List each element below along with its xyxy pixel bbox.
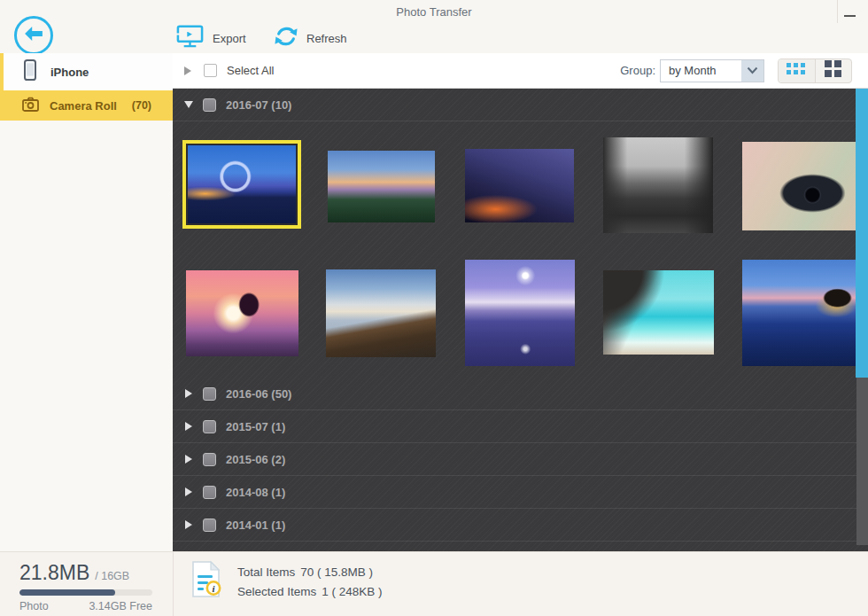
group-checkbox[interactable] xyxy=(203,519,216,532)
total-items-value: 70 ( 15.8MB ) xyxy=(300,565,373,579)
small-grid-view-button[interactable] xyxy=(779,59,816,82)
photo-thumbnail[interactable] xyxy=(326,269,436,357)
storage-progress-fill xyxy=(19,589,115,596)
group-label: 2015-07 (1) xyxy=(226,420,285,433)
refresh-label: Refresh xyxy=(306,32,347,45)
back-arrow-icon xyxy=(24,26,43,45)
expand-arrow-icon[interactable] xyxy=(185,520,192,529)
storage-progress-bar xyxy=(19,589,152,596)
refresh-icon xyxy=(274,25,298,51)
photo-thumbnail[interactable] xyxy=(328,151,435,222)
back-button[interactable] xyxy=(14,16,53,55)
photo-thumbnail[interactable] xyxy=(182,140,301,229)
photo-thumbnail[interactable] xyxy=(603,137,713,233)
group-checkbox[interactable] xyxy=(203,387,216,401)
device-label: iPhone xyxy=(50,66,89,79)
large-grid-view-button[interactable] xyxy=(816,59,852,82)
minimize-icon xyxy=(844,15,856,17)
large-grid-icon xyxy=(825,60,841,81)
photo-thumbnail[interactable] xyxy=(742,142,856,230)
status-bar: 21.8MB / 16GB Photo 3.14GB Free xyxy=(0,551,868,616)
sidebar-item-camera-roll[interactable]: Camera Roll (70) xyxy=(0,90,173,121)
expand-all-arrow-icon[interactable] xyxy=(184,66,191,75)
photo-thumbnail[interactable] xyxy=(186,270,298,356)
group-label: 2014-08 (1) xyxy=(226,486,285,499)
photo-image xyxy=(326,269,436,357)
group-label: 2016-07 (10) xyxy=(226,98,291,112)
minimize-button[interactable] xyxy=(841,4,857,21)
photo-list: 2016-07 (10) 2016-06 (50) 2015-07 (1) 20… xyxy=(173,89,868,551)
header-bar: Photo Transfer Export xyxy=(0,0,868,53)
group-by-value: by Month xyxy=(661,64,741,77)
info-document-icon: i xyxy=(190,560,223,603)
photo-group-header[interactable]: 2014-08 (1) xyxy=(173,476,868,509)
phone-icon xyxy=(24,59,36,84)
storage-summary: 21.8MB / 16GB Photo 3.14GB Free xyxy=(0,552,174,616)
storage-total-value: / 16GB xyxy=(95,570,129,582)
group-checkbox[interactable] xyxy=(203,420,216,433)
list-toolbar: Select All Group: by Month xyxy=(173,53,868,89)
photo-group-header[interactable]: 2016-06 (50) xyxy=(173,378,868,410)
photo-image xyxy=(742,260,856,366)
photo-image xyxy=(465,149,574,222)
group-by-dropdown[interactable]: by Month xyxy=(660,59,764,82)
photo-group-header[interactable]: 2015-07 (1) xyxy=(173,410,868,443)
photo-group-header[interactable]: 2015-06 (2) xyxy=(173,443,868,476)
photo-thumbnail[interactable] xyxy=(465,149,574,222)
photo-group-header[interactable]: 2016-07 (10) xyxy=(173,89,868,121)
photo-image xyxy=(603,270,714,355)
storage-type-label: Photo xyxy=(19,600,49,612)
photo-thumbnail[interactable] xyxy=(742,260,856,366)
photo-thumbnail[interactable] xyxy=(603,270,714,355)
sidebar-accent-stripe xyxy=(0,53,4,121)
camera-icon xyxy=(22,97,39,115)
export-button[interactable]: Export xyxy=(175,24,246,52)
group-label: 2014-01 (1) xyxy=(226,519,285,532)
group-checkbox[interactable] xyxy=(203,453,216,466)
group-label: 2015-06 (2) xyxy=(226,453,285,466)
sidebar-item-iphone[interactable]: iPhone xyxy=(0,53,173,90)
group-checkbox[interactable] xyxy=(203,98,216,112)
selection-summary: i Total Items70 ( 15.8MB ) Selected Item… xyxy=(190,560,383,603)
photo-transfer-window: Photo Transfer Export xyxy=(0,0,868,616)
window-title: Photo Transfer xyxy=(0,5,868,19)
group-label: 2016-06 (50) xyxy=(226,387,291,401)
album-label: Camera Roll xyxy=(50,99,117,113)
expand-arrow-icon[interactable] xyxy=(185,487,192,496)
group-by-label: Group: xyxy=(620,64,655,77)
photo-image xyxy=(603,137,713,233)
chevron-down-icon xyxy=(741,60,763,82)
refresh-button[interactable]: Refresh xyxy=(274,24,347,52)
photo-image xyxy=(186,270,298,356)
expand-arrow-icon[interactable] xyxy=(185,422,192,431)
select-all-checkbox[interactable] xyxy=(204,64,217,77)
selected-items-label: Selected Items xyxy=(237,585,316,598)
scrollbar-thumb[interactable] xyxy=(856,89,868,378)
small-grid-icon xyxy=(787,63,806,79)
album-count: (70) xyxy=(132,99,151,112)
photo-image xyxy=(188,145,296,223)
selected-items-value: 1 ( 248KB ) xyxy=(322,585,382,598)
titlebar-divider xyxy=(837,0,838,23)
total-items-label: Total Items xyxy=(237,565,295,579)
collapse-arrow-icon[interactable] xyxy=(184,101,193,108)
storage-used-value: 21.8MB xyxy=(19,561,89,585)
expand-arrow-icon[interactable] xyxy=(185,455,192,464)
sidebar: iPhone Camera Roll (70) xyxy=(0,53,173,551)
photo-image xyxy=(465,260,575,366)
storage-free-label: 3.14GB Free xyxy=(89,600,152,612)
select-all-label: Select All xyxy=(227,64,274,77)
group-checkbox[interactable] xyxy=(203,486,216,499)
export-label: Export xyxy=(213,32,246,45)
photo-thumbnail[interactable] xyxy=(465,260,575,366)
photo-image xyxy=(328,151,435,222)
photo-image xyxy=(742,142,856,230)
photo-group-header[interactable]: 2014-01 (1) xyxy=(173,509,868,542)
view-mode-toggle xyxy=(778,58,852,83)
export-icon xyxy=(175,24,205,52)
expand-arrow-icon[interactable] xyxy=(185,389,192,398)
